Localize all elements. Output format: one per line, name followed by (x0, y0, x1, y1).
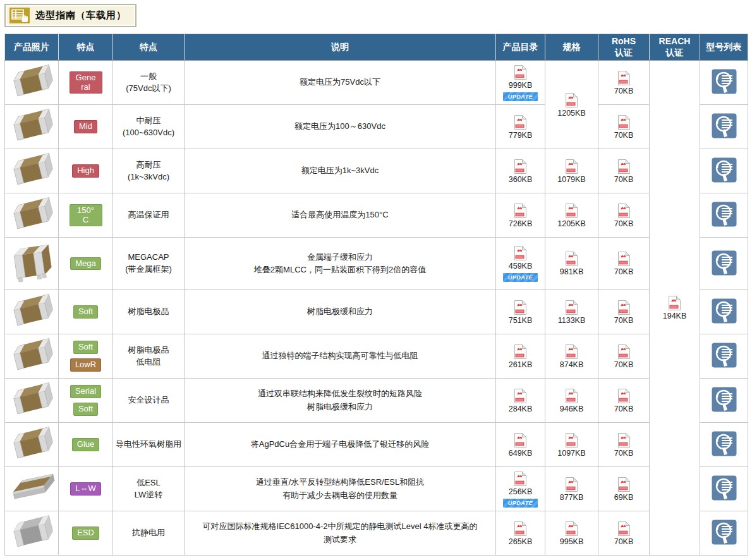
description-cell: 通过双串联结构来降低发生裂纹时的短路风险树脂电极缓和应力 (185, 379, 496, 423)
pdf-file-icon (514, 300, 527, 315)
header-row: 产品照片特点特点说明产品目录规格RoHS认证REACH认证型号列表 (5, 34, 748, 61)
mlcc-photo (5, 64, 58, 99)
pdf-download-link-catalog[interactable]: 261KB (509, 344, 533, 369)
pdf-file-icon (514, 471, 527, 487)
product-photo-cell (5, 238, 59, 290)
table-row: SerialSoft安全设计品通过双串联结构来降低发生裂纹时的短路风险树脂电极缓… (5, 379, 748, 423)
pdf-download-link-rohs[interactable]: 70KB (614, 388, 634, 413)
model-list-button[interactable] (712, 113, 737, 138)
pdf-download-link-catalog[interactable]: 256KBUPDATE (503, 471, 538, 508)
description-line: 通过双串联结构来降低发生裂纹时的短路风险 (191, 387, 489, 400)
model-list-button[interactable] (712, 69, 737, 94)
rohs-cell: 70KB (598, 290, 650, 334)
pdf-file-icon (514, 245, 527, 261)
pdf-download-link-catalog[interactable]: 284KB (509, 388, 533, 413)
pdf-download-link-spec[interactable]: 1097KB (557, 432, 585, 458)
reach-cell: 194KB (650, 61, 700, 556)
pdf-size: 70KB (614, 449, 634, 458)
pdf-size: 877KB (560, 493, 584, 502)
col-header-label: 认证 (598, 47, 649, 59)
description-line: 通过垂直/水平反转型结构降低ESR/ESL和阻抗 (191, 476, 489, 489)
rohs-cell: 69KB (598, 467, 650, 511)
pdf-file-icon (565, 300, 578, 315)
model-list-button[interactable] (712, 343, 737, 368)
pdf-download-link-catalog[interactable]: 999KBUPDATE (503, 64, 538, 101)
update-badge: UPDATE (503, 92, 538, 101)
model-list-button[interactable] (712, 475, 737, 501)
feature-line: MEGACAP (113, 252, 184, 264)
description-line: 将AgPdCu合金用于端子电极降低了银迁移的风险 (191, 438, 489, 451)
pdf-download-link-catalog[interactable]: 459KBUPDATE (503, 245, 538, 282)
pdf-download-link-spec[interactable]: 981KB (560, 251, 584, 276)
model-list-button[interactable] (712, 157, 737, 183)
model-list-button[interactable] (712, 387, 737, 412)
feature-line: 高耐压 (113, 159, 184, 171)
feature-badge: ESD (72, 527, 99, 540)
model-list-button[interactable] (712, 250, 737, 276)
model-list-button[interactable] (712, 431, 737, 456)
pdf-download-link-spec[interactable]: 1205KB (557, 203, 585, 228)
spec-cell: 874KB (545, 334, 598, 379)
pdf-download-link-catalog[interactable]: 265KB (509, 521, 533, 546)
mlcc-photo (5, 152, 58, 188)
description-line: 有助于减少去耦电容的使用数量 (191, 489, 489, 502)
pdf-download-link-spec[interactable]: 995KB (560, 521, 584, 546)
col-header-label: 说明 (185, 42, 495, 53)
model-list-cell (700, 467, 748, 511)
pdf-size: 70KB (614, 87, 634, 95)
pdf-download-link-spec[interactable]: 1133KB (558, 300, 586, 325)
description-cell: 树脂电极缓和应力 (185, 290, 496, 334)
pdf-download-link-rohs[interactable]: 70KB (614, 114, 634, 140)
magnifier-list-icon (712, 520, 737, 545)
pdf-download-link-catalog[interactable]: 649KB (509, 432, 533, 458)
pdf-size: 779KB (509, 131, 533, 140)
catalog-cell: 284KB (496, 379, 545, 423)
pdf-file-icon (514, 521, 527, 537)
lw-reverse-photo (5, 473, 59, 503)
rohs-cell: 70KB (598, 423, 650, 467)
pdf-download-link-spec[interactable]: 877KB (560, 477, 584, 502)
feature-line: LW逆转 (113, 489, 184, 501)
spec-cell: 981KB (545, 238, 598, 290)
pdf-download-link-rohs[interactable]: 70KB (614, 344, 634, 369)
feature-line: 树脂电极品 (113, 344, 184, 356)
pdf-download-link-catalog[interactable]: 360KB (509, 159, 533, 184)
pdf-download-link-spec[interactable]: 1079KB (557, 159, 585, 184)
pdf-download-link-rohs[interactable]: 69KB (614, 477, 634, 502)
pdf-download-link-catalog[interactable]: 726KB (509, 203, 533, 228)
catalog-cell: 999KBUPDATE (496, 61, 545, 105)
pdf-download-link-rohs[interactable]: 70KB (614, 521, 634, 546)
col-header-label: RoHS (598, 36, 649, 47)
col-header-label: REACH (650, 36, 700, 47)
pdf-download-link-spec[interactable]: 874KB (560, 344, 584, 369)
pdf-download-link-rohs[interactable]: 70KB (614, 203, 634, 228)
table-body: General一般(75Vdc以下)额定电压为75Vdc以下 999KBUPDA… (5, 61, 748, 556)
pdf-download-link-spec[interactable]: 946KB (560, 388, 584, 413)
catalog-cell: 265KB (496, 511, 545, 556)
model-list-button[interactable] (712, 202, 737, 227)
magnifier-list-icon (712, 157, 737, 183)
pdf-download-link-rohs[interactable]: 70KB (614, 432, 634, 458)
pdf-download-link-spec[interactable]: 1205KB (557, 92, 585, 118)
model-list-button[interactable] (712, 298, 737, 324)
feature-line: (带金属框架) (113, 264, 184, 276)
pdf-download-link-rohs[interactable]: 70KB (614, 159, 634, 184)
pdf-download-link-catalog[interactable]: 751KB (509, 300, 533, 325)
pdf-download-link-rohs[interactable]: 70KB (614, 70, 634, 95)
pdf-size: 70KB (614, 360, 634, 369)
pdf-file-icon (565, 344, 578, 360)
model-list-button[interactable] (712, 520, 737, 545)
pdf-download-link-rohs[interactable]: 70KB (614, 300, 634, 325)
pdf-download-link-rohs[interactable]: 70KB (614, 251, 634, 276)
pdf-file-icon (617, 344, 631, 360)
pdf-download-link-reach[interactable]: 194KB (663, 295, 687, 320)
feature-badge: Serial (70, 385, 101, 398)
pdf-file-icon (565, 477, 578, 492)
product-photo-cell (5, 149, 59, 193)
spec-cell: 995KB (545, 511, 598, 556)
product-photo-cell (5, 105, 59, 149)
model-list-cell (700, 334, 748, 379)
table-row: Glue导电性环氧树脂用将AgPdCu合金用于端子电极降低了银迁移的风险 649… (5, 423, 748, 467)
pdf-download-link-catalog[interactable]: 779KB (509, 114, 533, 140)
rohs-cell: 70KB (598, 238, 650, 290)
